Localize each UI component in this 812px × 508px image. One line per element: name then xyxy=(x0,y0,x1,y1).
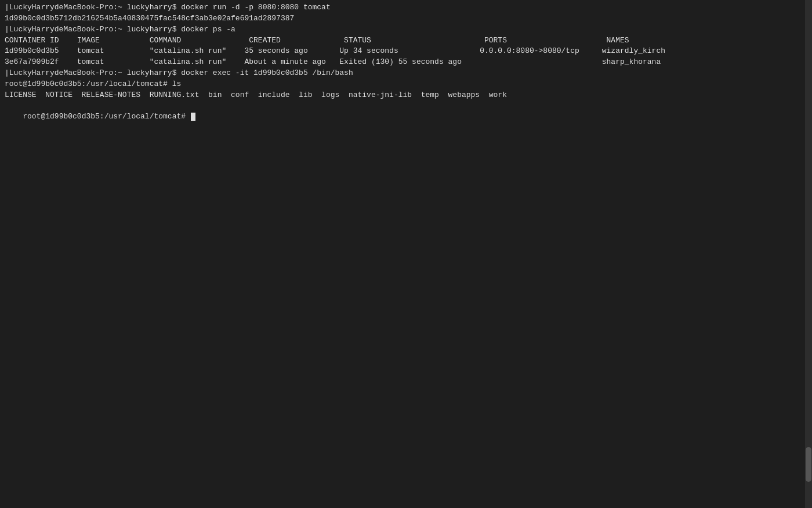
ls-output: LICENSE NOTICE RELEASE-NOTES RUNNING.txt… xyxy=(5,90,807,101)
table-row-1: 1d99b0c0d3b5 tomcat "catalina.sh run" 35… xyxy=(5,46,807,57)
cursor xyxy=(191,113,195,121)
terminal-window[interactable]: |LuckyHarrydeMacBook-Pro:~ luckyharry$ d… xyxy=(0,0,812,508)
table-header: CONTAINER ID IMAGE COMMAND CREATED STATU… xyxy=(5,35,807,46)
command-line-3: |LuckyHarrydeMacBook-Pro:~ luckyharry$ d… xyxy=(5,68,807,79)
output-line-1: 1d99b0c0d3b5712db216254b5a40830475fac548… xyxy=(5,13,807,24)
scrollbar-thumb[interactable] xyxy=(806,447,811,482)
command-line-1: |LuckyHarrydeMacBook-Pro:~ luckyharry$ d… xyxy=(5,2,807,13)
command-line-4: root@1d99b0c0d3b5:/usr/local/tomcat# ls xyxy=(5,79,807,90)
command-line-2: |LuckyHarrydeMacBook-Pro:~ luckyharry$ d… xyxy=(5,24,807,35)
scrollbar[interactable] xyxy=(805,0,812,508)
table-row-2: 3e67a7909b2f tomcat "catalina.sh run" Ab… xyxy=(5,57,807,68)
prompt-line: root@1d99b0c0d3b5:/usr/local/tomcat# xyxy=(5,101,807,134)
